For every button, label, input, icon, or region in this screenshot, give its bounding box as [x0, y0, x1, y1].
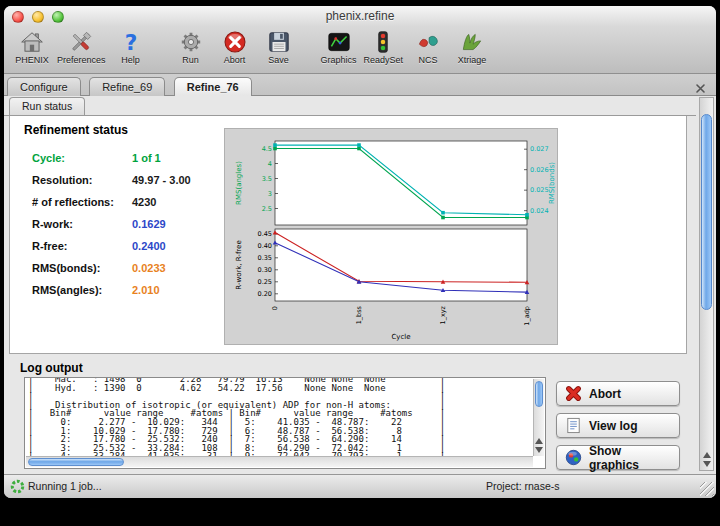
tab-refine-69[interactable]: Refine_69: [89, 77, 165, 96]
toolbar-preferences-button[interactable]: Preferences: [54, 28, 109, 65]
document-icon: [564, 416, 583, 435]
close-tab-icon[interactable]: [695, 80, 706, 91]
toolbar-phenix-button[interactable]: PHENIX: [10, 28, 54, 65]
tab-run-status[interactable]: Run status: [9, 97, 85, 115]
stat-resolution: Resolution:49.97 - 3.00: [32, 174, 191, 196]
tab-configure[interactable]: Configure: [7, 77, 81, 96]
main-scroll-arrows: [700, 449, 713, 470]
svg-text:0.027: 0.027: [530, 145, 549, 153]
log-vscroll-thumb[interactable]: [535, 381, 543, 407]
scroll-up-icon[interactable]: [703, 452, 711, 458]
svg-text:R-work, R-free: R-work, R-free: [235, 240, 243, 289]
svg-text:0.30: 0.30: [258, 266, 272, 274]
scroll-down-icon[interactable]: [703, 461, 711, 467]
chart-area: 2.533.544.50.0240.0250.0260.027RMS(angle…: [224, 128, 558, 345]
toolbar-label: Save: [268, 55, 289, 65]
phenix-home-icon: [19, 29, 45, 55]
svg-text:1_bss: 1_bss: [355, 305, 363, 324]
ncs-icon: [415, 29, 441, 55]
close-window-button[interactable]: [12, 11, 24, 23]
svg-text:0.40: 0.40: [258, 242, 272, 250]
view-log-button-label: View log: [589, 419, 637, 433]
toolbar-label: Preferences: [57, 55, 106, 65]
run-gear-icon: [178, 29, 204, 55]
stat-reflections: # of reflections:4230: [32, 196, 191, 218]
abort-button[interactable]: Abort: [556, 381, 680, 406]
log-vertical-scrollbar[interactable]: [533, 379, 544, 456]
save-floppy-icon: [266, 29, 292, 55]
refinement-status-title: Refinement status: [24, 123, 128, 137]
xtriage-icon: [459, 29, 485, 55]
stat-r-free: R-free:0.2400: [32, 240, 191, 262]
preferences-tools-icon: [68, 29, 94, 55]
status-text: Running 1 job...: [28, 480, 102, 492]
progress-spinner-icon: [10, 479, 25, 494]
scroll-down-icon[interactable]: [535, 447, 543, 453]
svg-text:Cycle: Cycle: [391, 333, 410, 341]
svg-text:RMS(angles): RMS(angles): [235, 161, 243, 205]
svg-text:3: 3: [268, 190, 272, 198]
svg-text:1_adp: 1_adp: [523, 306, 531, 326]
log-output[interactable]: | Mac. : 1498 0 2.28 79.79 16.13 None No…: [24, 377, 546, 469]
refinement-chart: 2.533.544.50.0240.0250.0260.027RMS(angle…: [224, 128, 558, 345]
readyset-traffic-light-icon: [370, 29, 396, 55]
view-log-button[interactable]: View log: [556, 413, 680, 438]
toolbar-ncs-button[interactable]: NCS: [406, 28, 450, 65]
main-tab-bar: Configure Refine_69 Refine_76: [4, 74, 716, 96]
svg-text:0.024: 0.024: [530, 207, 549, 215]
log-horizontal-scrollbar[interactable]: [26, 456, 533, 467]
log-output-title: Log output: [20, 361, 83, 375]
run-status-page: Run status Refinement status Cycle:1 of …: [4, 97, 716, 474]
toolbar-save-button[interactable]: Save: [257, 28, 301, 65]
minimize-window-button[interactable]: [32, 11, 44, 23]
svg-text:2.5: 2.5: [262, 205, 272, 213]
window-chrome: phenix.refine PHENIX Preferences ?: [4, 6, 716, 74]
stat-rms-bonds: RMS(bonds):0.0233: [32, 262, 191, 284]
toolbar-graphics-button[interactable]: Graphics: [317, 28, 361, 65]
abort-button-label: Abort: [589, 387, 621, 401]
toolbar-label: Xtriage: [458, 55, 487, 65]
svg-text:1_xyz: 1_xyz: [439, 305, 447, 324]
toolbar-xtriage-button[interactable]: Xtriage: [450, 28, 494, 65]
graphics-icon: [326, 29, 352, 55]
scroll-up-icon[interactable]: [535, 438, 543, 444]
zoom-window-button[interactable]: [52, 11, 64, 23]
svg-text:0.45: 0.45: [258, 230, 272, 238]
tab-refine-76[interactable]: Refine_76: [174, 77, 252, 96]
toolbar-label: ReadySet: [364, 55, 404, 65]
status-bar: Running 1 job... Project: rnase-s: [4, 474, 716, 498]
toolbar-run-button[interactable]: Run: [169, 28, 213, 65]
main-vertical-scrollbar[interactable]: [699, 97, 714, 471]
toolbar-label: NCS: [419, 55, 438, 65]
resize-grip[interactable]: [700, 482, 714, 496]
phenix-refine-window: phenix.refine PHENIX Preferences ?: [4, 6, 716, 498]
svg-text:0.25: 0.25: [258, 278, 272, 286]
abort-x-icon: [564, 384, 583, 403]
log-hscroll-thumb[interactable]: [28, 458, 124, 466]
svg-text:?: ?: [124, 30, 137, 55]
toolbar-label: Run: [182, 55, 199, 65]
toolbar-help-button[interactable]: ? Help: [109, 28, 153, 65]
titlebar[interactable]: phenix.refine: [4, 6, 716, 28]
svg-text:0.20: 0.20: [258, 290, 272, 298]
toolbar-label: Graphics: [321, 55, 357, 65]
abort-icon: [222, 29, 248, 55]
svg-text:3.5: 3.5: [262, 175, 272, 183]
svg-text:0.35: 0.35: [258, 254, 272, 262]
help-icon: ?: [118, 29, 144, 55]
svg-text:4.5: 4.5: [262, 145, 272, 153]
svg-text:RMS(bonds): RMS(bonds): [548, 162, 556, 204]
svg-text:4: 4: [268, 160, 272, 168]
toolbar: PHENIX Preferences ? Help Run: [10, 28, 494, 73]
graphics-sphere-icon: [564, 448, 583, 467]
toolbar-abort-button[interactable]: Abort: [213, 28, 257, 65]
refinement-stats: Cycle:1 of 1 Resolution:49.97 - 3.00 # o…: [32, 152, 191, 306]
svg-text:0: 0: [271, 306, 279, 310]
show-graphics-button[interactable]: Show graphics: [556, 445, 680, 470]
stat-cycle: Cycle:1 of 1: [32, 152, 191, 174]
toolbar-label: Help: [121, 55, 140, 65]
main-scroll-thumb[interactable]: [701, 114, 712, 310]
window-title: phenix.refine: [4, 6, 716, 27]
toolbar-readyset-button[interactable]: ReadySet: [361, 28, 407, 65]
refinement-status-panel: Refinement status Cycle:1 of 1 Resolutio…: [9, 116, 687, 354]
